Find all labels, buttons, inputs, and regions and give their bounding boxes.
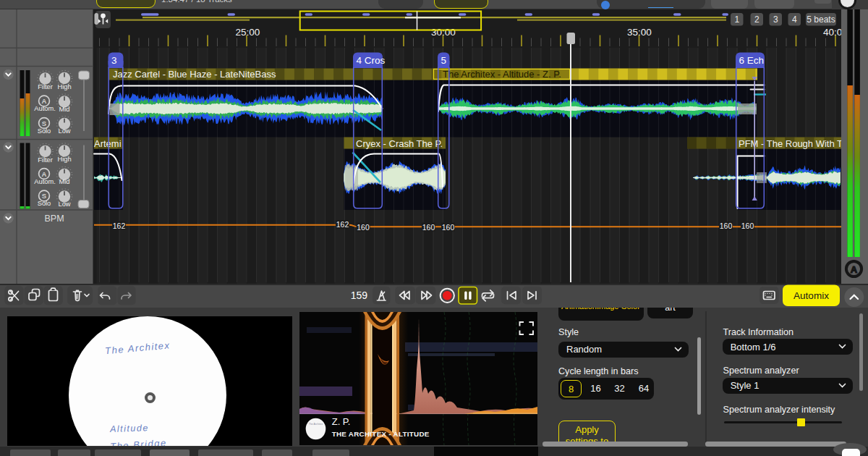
svg-text:159: 159 <box>351 290 368 301</box>
svg-text:Z. P.: Z. P. <box>332 416 351 427</box>
svg-text:THE ARCHITEX - ALTITUDE: THE ARCHITEX - ALTITUDE <box>332 430 430 438</box>
svg-text:Automix: Automix <box>793 290 829 301</box>
svg-text:The Architex: The Architex <box>309 423 323 426</box>
